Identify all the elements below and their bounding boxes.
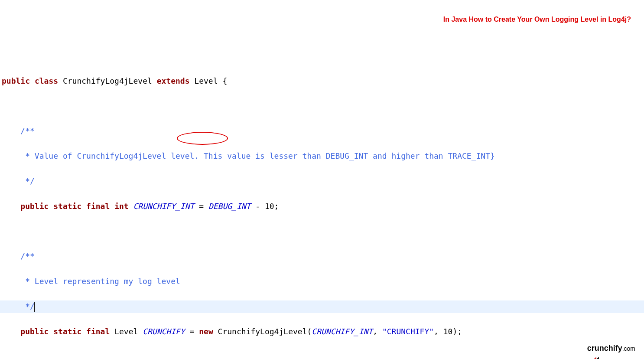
code-line-blank: [0, 225, 644, 238]
code-line: * Value of CrunchifyLog4jLevel level. Th…: [0, 150, 644, 163]
code-line: /**: [0, 125, 644, 137]
string-literal: "CRUNCHIFY": [382, 327, 434, 336]
brace: {: [218, 76, 228, 85]
keyword-new: new: [199, 327, 213, 336]
javadoc: /**: [2, 126, 35, 135]
code-line-highlighted: */: [0, 300, 644, 313]
code-line: * Level representing my log level: [0, 275, 644, 288]
keyword-public: public: [2, 327, 49, 336]
keyword-int: int: [114, 202, 129, 211]
code-line-blank: [0, 100, 644, 113]
class-name: CrunchifyLog4jLevel: [63, 76, 152, 85]
const-crunchify-int: CRUNCHIFY_INT: [133, 202, 194, 211]
keyword-public: public: [2, 76, 30, 85]
crunchify-logo-icon: [572, 344, 585, 353]
code-editor[interactable]: public class CrunchifyLog4jLevel extends…: [0, 50, 644, 359]
code-line-blank: [0, 351, 644, 359]
javadoc: * Level representing my log level: [2, 277, 180, 286]
keyword-final: final: [86, 202, 110, 211]
javadoc: * Value of CrunchifyLog4jLevel level. Th…: [2, 151, 495, 160]
keyword-static: static: [53, 202, 81, 211]
keyword-extends: extends: [157, 76, 190, 85]
const-crunchify: CRUNCHIFY: [143, 327, 185, 336]
javadoc: */: [2, 302, 35, 311]
keyword-final: final: [86, 327, 110, 336]
code-line: public static final Level CRUNCHIFY = ne…: [0, 326, 644, 338]
javadoc: */: [2, 176, 35, 186]
text-cursor: [34, 302, 35, 312]
const-debug-int: DEBUG_INT: [208, 202, 251, 211]
keyword-static: static: [53, 327, 81, 336]
code-line: public static final int CRUNCHIFY_INT = …: [0, 200, 644, 213]
code-line: */: [0, 175, 644, 188]
code-line: /**: [0, 250, 644, 263]
keyword-class: class: [35, 76, 58, 85]
javadoc: /**: [2, 251, 35, 261]
crunchify-logo: crunchify.com: [572, 342, 635, 355]
super-class: Level: [194, 76, 218, 85]
crunchify-logo-text: crunchify.com: [587, 342, 635, 355]
title-annotation: In Java How to Create Your Own Logging L…: [443, 14, 631, 25]
arg-crunchify-int: CRUNCHIFY_INT: [312, 327, 373, 336]
code-line: public class CrunchifyLog4jLevel extends…: [0, 75, 644, 88]
keyword-public: public: [2, 202, 49, 211]
type-level: Level: [114, 327, 138, 336]
